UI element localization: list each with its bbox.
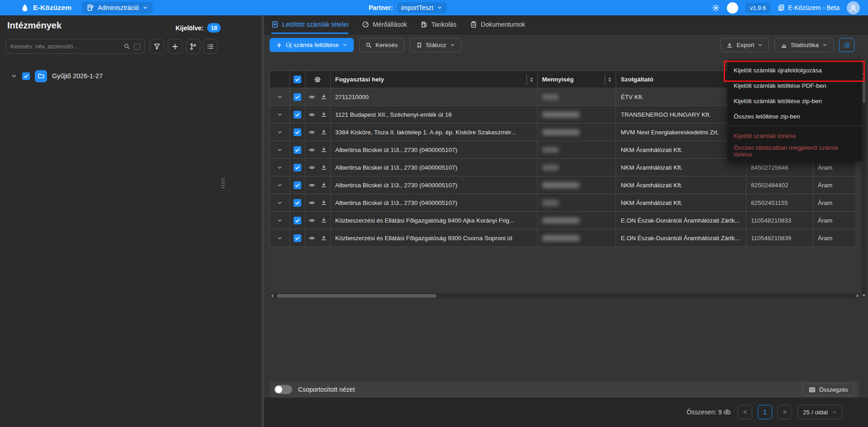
download-invoice-icon[interactable] [321, 164, 327, 171]
search-select-checkbox[interactable] [134, 43, 140, 50]
tab-invoice-items[interactable]: Letöltött számlák tételei [271, 15, 348, 34]
page-size-select[interactable]: 25 / oldal [797, 405, 842, 419]
table-row[interactable]: Albertirsa Bicskei út 1\3., 2730 (040000… [270, 194, 856, 212]
row-expand-chevron-icon[interactable] [277, 235, 283, 241]
vertical-scroll-thumb[interactable] [863, 77, 865, 103]
scroll-left-arrow-icon[interactable] [271, 294, 273, 298]
folder-icon[interactable] [35, 70, 47, 82]
row-checkbox[interactable] [294, 234, 301, 242]
view-invoice-eye-icon[interactable] [308, 129, 315, 136]
tree-expand-chevron-icon[interactable] [11, 73, 17, 79]
summary-button[interactable]: Összegzés [802, 384, 854, 396]
download-invoice-icon[interactable] [321, 94, 327, 100]
vertical-scrollbar[interactable] [862, 71, 866, 299]
next-page-button[interactable]: > [778, 405, 792, 419]
row-checkbox[interactable] [294, 93, 301, 101]
statistics-button[interactable]: Statisztika [774, 38, 834, 52]
view-invoice-eye-icon[interactable] [308, 111, 315, 118]
theme-toggle[interactable] [727, 2, 738, 14]
row-checkbox[interactable] [294, 199, 301, 207]
column-resize-handle[interactable] [526, 75, 527, 85]
sort-icons[interactable] [530, 77, 533, 82]
row-expand-chevron-icon[interactable] [277, 94, 283, 100]
header-quantity[interactable]: Mennyiség [538, 71, 617, 88]
menu-item-download-all-zip[interactable]: Összes letöltése zip-ben [727, 109, 862, 124]
grouped-view-toggle[interactable] [274, 385, 292, 394]
filter-button[interactable] [150, 39, 164, 54]
add-institution-button[interactable] [168, 39, 182, 54]
tree-item-label[interactable]: Gyűjtő 2026-1-27 [52, 72, 103, 80]
column-resize-handle[interactable] [605, 75, 605, 85]
download-invoice-icon[interactable] [321, 147, 327, 153]
view-invoice-eye-icon[interactable] [308, 94, 315, 100]
row-expand-chevron-icon[interactable] [277, 147, 283, 153]
menu-item-download-selected-zip[interactable]: Kijelölt számlák letöltése zip-ben [727, 93, 862, 109]
row-expand-chevron-icon[interactable] [277, 200, 283, 206]
search-button[interactable]: Keresés [359, 38, 404, 52]
quantity-cell [538, 229, 617, 247]
scroll-right-arrow-icon[interactable] [857, 294, 859, 298]
user-avatar[interactable] [847, 1, 860, 14]
menu-item-delete-all-visible[interactable]: Összes táblázatban megjelenő számla törl… [727, 143, 862, 159]
view-invoice-eye-icon[interactable] [308, 217, 315, 224]
institutions-sidebar: Intézmények Kijelölve: 18 Gyűjtő 2026-1-… [0, 15, 261, 427]
page-1-button[interactable]: 1 [758, 405, 772, 419]
menu-item-download-selected-pdf[interactable]: Kijelölt számlák letöltése PDF-ben [727, 78, 862, 93]
partner-select-button[interactable]: importTeszt [397, 2, 447, 13]
upload-invoice-button[interactable]: Új számla feltöltése [270, 38, 354, 52]
view-invoice-eye-icon[interactable] [308, 147, 315, 153]
download-invoice-icon[interactable] [321, 182, 327, 188]
consumption-place-cell: Albertirsa Bicskei út 1\3., 2730 (040000… [331, 194, 538, 212]
view-invoice-eye-icon[interactable] [308, 164, 315, 171]
download-invoice-icon[interactable] [321, 235, 327, 241]
row-expand-chevron-icon[interactable] [277, 165, 283, 171]
tab-documents[interactable]: Dokumentumok [470, 15, 525, 34]
menu-item-reprocess-selected[interactable]: Kijelölt számlák újrafeldolgozása [727, 62, 862, 78]
scroll-up-arrow-icon[interactable] [862, 72, 866, 75]
environment-switcher[interactable]: E-Közüzem - Beta [778, 4, 840, 11]
row-expand-chevron-icon[interactable] [277, 182, 283, 188]
view-invoice-eye-icon[interactable] [308, 199, 315, 206]
view-invoice-eye-icon[interactable] [308, 235, 315, 242]
scroll-down-arrow-icon[interactable] [862, 294, 866, 297]
provider-cell: MVM Next Energiakereskedelmi Zrt. [616, 123, 746, 141]
header-consumption-place[interactable]: Fogyasztási hely [331, 71, 538, 88]
table-row[interactable]: Közbeszerzési és Ellátási Főigazgatóság … [270, 229, 856, 247]
select-all-checkbox[interactable] [294, 76, 301, 83]
row-expand-chevron-icon[interactable] [277, 218, 283, 223]
row-expand-chevron-icon[interactable] [277, 112, 283, 118]
row-checkbox[interactable] [294, 111, 301, 119]
actions-menu-button[interactable] [839, 38, 854, 52]
consumption-place-cell: 2711210000 [331, 88, 538, 106]
tab-meter-readings[interactable]: Mérőállások [362, 15, 407, 34]
table-row[interactable]: Közbeszerzési és Ellátási Főigazgatóság … [270, 212, 856, 229]
row-checkbox[interactable] [294, 181, 301, 189]
column-settings-gear-icon[interactable] [314, 76, 321, 83]
row-checkbox[interactable] [294, 146, 301, 154]
sort-icons[interactable] [608, 77, 611, 82]
horizontal-scroll-thumb[interactable] [277, 294, 436, 298]
horizontal-scrollbar[interactable] [270, 293, 860, 299]
sidebar-search-input[interactable] [10, 43, 120, 50]
tree-item-checkbox[interactable] [22, 72, 30, 80]
row-checkbox[interactable] [294, 164, 301, 171]
row-checkbox[interactable] [294, 217, 301, 224]
view-invoice-eye-icon[interactable] [308, 182, 315, 189]
download-invoice-icon[interactable] [321, 199, 327, 206]
menu-item-delete-selected[interactable]: Kijelölt számlák törlése [727, 128, 862, 143]
header-provider[interactable]: Szolgáltató [616, 71, 746, 88]
download-invoice-icon[interactable] [321, 129, 327, 135]
sidebar-resize-grip[interactable] [222, 178, 223, 189]
tab-fueling[interactable]: Tankolás [421, 15, 456, 34]
table-row[interactable]: Albertirsa Bicskei út 1\3., 2730 (040000… [270, 176, 856, 194]
prev-page-button[interactable]: < [738, 405, 752, 419]
status-filter-button[interactable]: Státusz [410, 38, 461, 52]
admin-menu-button[interactable]: Adminisztráció [82, 2, 153, 14]
list-view-button[interactable] [203, 39, 218, 54]
row-checkbox[interactable] [294, 128, 301, 136]
export-button[interactable]: Export [720, 38, 769, 52]
row-expand-chevron-icon[interactable] [277, 129, 283, 135]
tree-structure-button[interactable] [186, 39, 200, 54]
download-invoice-icon[interactable] [321, 217, 327, 223]
download-invoice-icon[interactable] [321, 111, 327, 118]
